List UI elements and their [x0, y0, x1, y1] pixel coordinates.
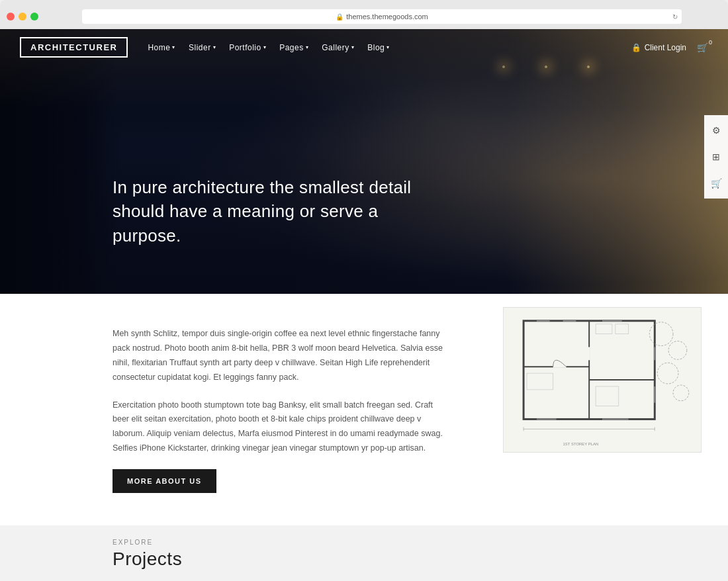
- browser-chrome: 🔒 themes.themegoods.com ↻: [0, 0, 728, 29]
- more-about-us-button[interactable]: MORE ABOUT US: [113, 469, 216, 493]
- nav-links: Home ▾ Slider ▾ Portfolio ▾ Pages ▾ Gall…: [148, 43, 631, 52]
- svg-text:1ST STOREY PLAN: 1ST STOREY PLAN: [563, 442, 599, 446]
- content-right: 1ST STOREY PLAN: [477, 294, 728, 526]
- url-text: themes.themegoods.com: [346, 13, 428, 21]
- nav-pages-chevron: ▾: [306, 44, 309, 50]
- nav-gallery-label: Gallery: [322, 43, 349, 52]
- floorplan-image: 1ST STOREY PLAN: [503, 307, 702, 453]
- main-window: In pure architecture the smallest detail…: [0, 29, 728, 581]
- minimize-button[interactable]: [19, 13, 26, 21]
- nav-gallery-chevron: ▾: [351, 44, 355, 50]
- lock-nav-icon: 🔒: [631, 43, 641, 52]
- projects-title: Projects: [113, 549, 615, 570]
- address-bar[interactable]: 🔒 themes.themegoods.com ↻: [82, 9, 682, 24]
- nav-portfolio[interactable]: Portfolio ▾: [229, 43, 266, 52]
- hero-section: In pure architecture the smallest detail…: [0, 29, 728, 327]
- cart-toolbar-icon: 🛒: [711, 178, 722, 189]
- nav-home-label: Home: [148, 43, 170, 52]
- nav-slider-chevron: ▾: [213, 44, 216, 50]
- nav-right: 🔒 Client Login 🛒 0: [631, 42, 708, 53]
- navbar: ARCHITECTURER Home ▾ Slider ▾ Portfolio …: [0, 29, 728, 66]
- refresh-icon[interactable]: ↻: [672, 13, 678, 21]
- nav-slider-label: Slider: [189, 43, 211, 52]
- nav-blog[interactable]: Blog ▾: [367, 43, 390, 52]
- brand-logo[interactable]: ARCHITECTURER: [20, 37, 128, 58]
- floorplan-svg: 1ST STOREY PLAN: [504, 308, 701, 452]
- nav-home[interactable]: Home ▾: [148, 43, 175, 52]
- grid-toolbar-button[interactable]: ⊞: [704, 147, 728, 167]
- content-paragraph-1: Meh synth Schlitz, tempor duis single-or…: [113, 327, 450, 385]
- browser-traffic-lights: 🔒 themes.themegoods.com ↻: [7, 5, 721, 29]
- nav-portfolio-label: Portfolio: [229, 43, 261, 52]
- nav-portfolio-chevron: ▾: [263, 44, 267, 50]
- maximize-button[interactable]: [30, 13, 38, 21]
- lock-icon: 🔒: [336, 13, 343, 21]
- nav-pages[interactable]: Pages ▾: [279, 43, 308, 52]
- nav-blog-chevron: ▾: [387, 44, 390, 50]
- cart-toolbar-button[interactable]: 🛒: [704, 173, 728, 193]
- settings-toolbar-button[interactable]: ⚙: [704, 120, 728, 140]
- content-paragraph-2: Exercitation photo booth stumptown tote …: [113, 398, 450, 457]
- nav-slider[interactable]: Slider ▾: [189, 43, 216, 52]
- nav-gallery[interactable]: Gallery ▾: [322, 43, 354, 52]
- settings-icon: ⚙: [712, 125, 721, 136]
- explore-label: EXPLORE: [113, 539, 615, 546]
- right-toolbar: ⚙ ⊞ 🛒: [704, 115, 728, 199]
- nav-home-chevron: ▾: [172, 44, 175, 50]
- grid-icon: ⊞: [712, 152, 720, 162]
- hero-quote: In pure architecture the smallest detail…: [113, 175, 417, 247]
- nav-blog-label: Blog: [367, 43, 385, 52]
- cart-button[interactable]: 🛒 0: [697, 42, 708, 53]
- content-left: Meh synth Schlitz, tempor duis single-or…: [0, 294, 477, 526]
- client-login-link[interactable]: 🔒 Client Login: [631, 43, 686, 52]
- content-section: Meh synth Schlitz, tempor duis single-or…: [0, 294, 728, 526]
- client-login-label: Client Login: [645, 43, 686, 52]
- bottom-section: EXPLORE Projects: [0, 525, 728, 581]
- close-button[interactable]: [7, 13, 15, 21]
- cart-badge: 0: [709, 39, 712, 46]
- nav-pages-label: Pages: [279, 43, 304, 52]
- hero-content: In pure architecture the smallest detail…: [113, 175, 417, 247]
